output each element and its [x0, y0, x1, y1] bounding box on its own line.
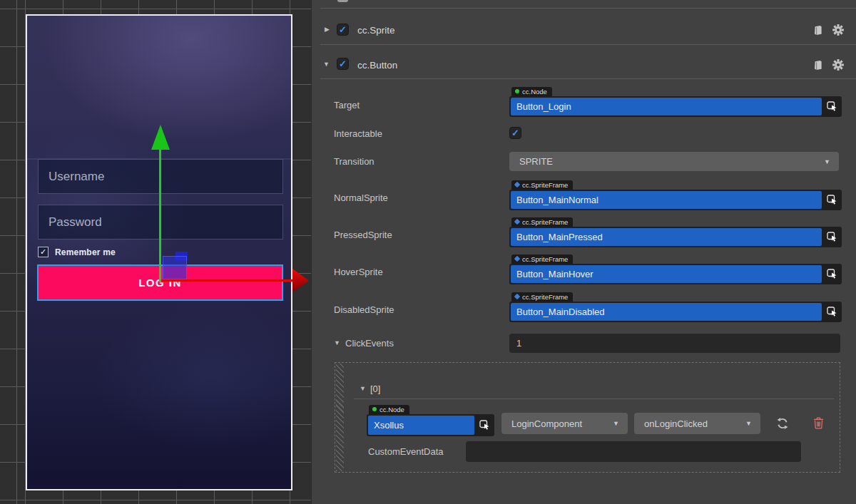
clipped-component-edge — [337, 0, 348, 2]
node-type-dot-icon — [372, 407, 377, 411]
asset-picker-icon[interactable] — [823, 303, 840, 321]
type-badge-label: cc.Node — [379, 406, 404, 413]
custom-event-data-label: CustomEventData — [368, 446, 444, 457]
asset-picker-icon[interactable] — [823, 265, 840, 283]
spriteframe-type-dot-icon — [514, 294, 520, 299]
button-enabled-checkbox[interactable]: ✓ — [337, 58, 349, 70]
sprite-component-title: cc.Sprite — [357, 25, 395, 36]
help-docs-icon[interactable] — [811, 58, 824, 71]
collapse-arrow-icon[interactable]: ▼ — [323, 61, 330, 68]
spriteframe-type-dot-icon — [514, 182, 520, 187]
hover-sprite-label: HoverSprite — [334, 267, 383, 277]
hover-sprite-value[interactable]: Button_MainHover — [511, 265, 822, 283]
username-placeholder: Username — [49, 170, 104, 184]
click-events-label: ClickEvents — [345, 338, 394, 349]
custom-event-data-input[interactable] — [466, 441, 801, 462]
transition-dropdown[interactable]: SPRITE ▼ — [509, 152, 839, 171]
hover-sprite-group: cc.SpriteFrame Button_MainHover — [509, 252, 842, 284]
check-icon: ✓ — [339, 24, 347, 35]
expand-arrow-icon[interactable]: ▶ — [325, 26, 330, 33]
check-icon: ✓ — [511, 128, 519, 138]
target-value[interactable]: Button_Login — [511, 98, 822, 115]
node-type-dot-icon — [515, 89, 519, 93]
settings-gear-icon[interactable] — [832, 58, 845, 71]
click-events-count-input[interactable]: 1 — [509, 334, 840, 353]
normal-sprite-field[interactable]: Button_MainNormal — [509, 190, 842, 210]
type-badge: cc.SpriteFrame — [511, 180, 573, 190]
separator — [320, 44, 856, 45]
event-node-group: cc.Node Xsollus — [367, 403, 494, 436]
remember-me-checkbox[interactable]: ✓ — [38, 247, 49, 257]
refresh-icon[interactable] — [775, 416, 790, 431]
disabled-sprite-field[interactable]: Button_MainDisabled — [509, 302, 842, 322]
event-node-value[interactable]: Xsollus — [368, 416, 474, 435]
inspector-panel: ▶ ✓ cc.Sprite ▼ ✓ cc.Button Target cc.No… — [311, 0, 856, 504]
help-docs-icon[interactable] — [811, 24, 824, 36]
event-index-label: [0] — [370, 384, 380, 394]
collapse-arrow-icon[interactable]: ▼ — [334, 339, 340, 346]
collapse-arrow-icon[interactable]: ▼ — [360, 385, 366, 392]
hover-sprite-field[interactable]: Button_MainHover — [509, 264, 842, 284]
type-badge: cc.SpriteFrame — [511, 292, 573, 302]
asset-picker-icon[interactable] — [823, 191, 840, 209]
interactable-checkbox[interactable]: ✓ — [509, 127, 521, 139]
type-badge: cc.SpriteFrame — [511, 217, 573, 227]
remember-me-label: Remember me — [55, 247, 116, 257]
hatch-stripe-decoration — [336, 364, 344, 471]
normal-sprite-label: NormalSprite — [334, 192, 388, 203]
gizmo-x-axis-arrow[interactable] — [292, 269, 309, 292]
type-badge: cc.Node — [369, 405, 409, 414]
transition-label: Transition — [334, 156, 374, 167]
gizmo-x-axis-line — [161, 279, 293, 282]
pressed-sprite-group: cc.SpriteFrame Button_MainPressed — [509, 215, 842, 247]
type-badge: cc.SpriteFrame — [511, 254, 573, 264]
settings-gear-icon[interactable] — [832, 24, 845, 36]
separator — [354, 398, 834, 399]
normal-sprite-value[interactable]: Button_MainNormal — [511, 191, 822, 209]
dropdown-arrow-icon: ▼ — [824, 158, 830, 165]
interactable-label: Interactable — [334, 128, 382, 139]
gizmo-y-axis-line — [159, 148, 161, 282]
target-field-group: cc.Node Button_Login — [509, 85, 842, 117]
click-events-count: 1 — [516, 338, 521, 349]
separator — [320, 8, 856, 9]
dropdown-arrow-icon: ▼ — [613, 420, 619, 427]
type-badge-label: cc.SpriteFrame — [522, 255, 568, 263]
pressed-sprite-label: PressedSprite — [334, 230, 392, 240]
type-badge-label: cc.SpriteFrame — [522, 181, 568, 189]
node-picker-icon[interactable] — [823, 98, 840, 115]
spriteframe-type-dot-icon — [514, 219, 520, 225]
event-node-field[interactable]: Xsollus — [367, 414, 494, 436]
delete-event-trash-icon[interactable] — [812, 415, 825, 431]
password-placeholder: Password — [49, 215, 102, 230]
asset-picker-icon[interactable] — [823, 228, 840, 246]
event-component-value: LoginComponent — [511, 418, 582, 429]
normal-sprite-group: cc.SpriteFrame Button_MainNormal — [509, 178, 842, 210]
target-object-field[interactable]: Button_Login — [509, 96, 842, 117]
disabled-sprite-value[interactable]: Button_MainDisabled — [511, 303, 822, 321]
event-component-dropdown[interactable]: LoginComponent ▼ — [501, 413, 628, 434]
button-component-title: cc.Button — [357, 60, 397, 71]
disabled-sprite-group: cc.SpriteFrame Button_MainDisabled — [509, 290, 842, 322]
spriteframe-type-dot-icon — [514, 256, 520, 262]
event-handler-value: onLoginClicked — [644, 418, 708, 429]
event-handler-dropdown[interactable]: onLoginClicked ▼ — [634, 413, 760, 434]
type-badge-label: cc.Node — [522, 88, 547, 96]
pressed-sprite-value[interactable]: Button_MainPressed — [511, 228, 822, 246]
type-badge-label: cc.SpriteFrame — [522, 293, 568, 301]
check-icon: ✓ — [339, 58, 347, 69]
type-badge: cc.Node — [511, 87, 552, 96]
scene-grid-background: Username Password ✓ Remember me LOG IN — [0, 0, 311, 504]
remember-check-icon: ✓ — [40, 247, 46, 257]
separator — [320, 78, 856, 79]
transition-value: SPRITE — [519, 156, 553, 167]
node-picker-icon[interactable] — [476, 416, 493, 435]
dropdown-arrow-icon: ▼ — [745, 420, 752, 427]
gizmo-move-handle[interactable] — [163, 256, 187, 279]
type-badge-label: cc.SpriteFrame — [522, 218, 568, 226]
disabled-sprite-label: DisabledSprite — [334, 304, 394, 315]
target-label: Target — [334, 100, 360, 110]
sprite-enabled-checkbox[interactable]: ✓ — [337, 24, 349, 36]
pressed-sprite-field[interactable]: Button_MainPressed — [509, 227, 842, 247]
gizmo-y-axis-arrow[interactable] — [151, 125, 170, 150]
